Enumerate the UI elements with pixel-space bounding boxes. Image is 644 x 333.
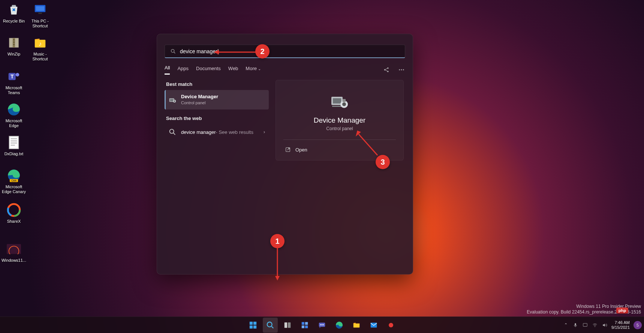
svg-point-60 (267, 322, 272, 327)
svg-rect-57 (253, 321, 256, 324)
search-detail-pane: Device Manager Control panel Open (270, 78, 411, 270)
svg-line-61 (272, 326, 274, 328)
clock[interactable]: 7:46 AM 9/15/2021 (611, 320, 630, 330)
tab-documents[interactable]: Documents (196, 66, 221, 74)
share-icon[interactable] (383, 66, 390, 74)
search-bar[interactable]: device manager (165, 45, 405, 58)
tab-apps[interactable]: Apps (177, 66, 189, 74)
svg-rect-45 (332, 106, 342, 107)
svg-rect-67 (305, 325, 308, 328)
svg-text:♪: ♪ (39, 40, 42, 47)
desktop-icon-label: Microsoft Teams (1, 86, 27, 95)
device-manager-icon (168, 96, 177, 104)
svg-point-71 (323, 324, 324, 325)
edge-button[interactable] (332, 318, 347, 333)
winzip-icon[interactable]: WinZip (1, 35, 27, 57)
desktop-icon-label: Microsoft Edge Canary (1, 184, 27, 194)
mail-button[interactable] (366, 318, 381, 333)
svg-point-35 (401, 69, 402, 70)
search-icon (168, 128, 177, 136)
detail-title: Device Manager (283, 116, 396, 124)
svg-rect-56 (250, 321, 253, 324)
svg-rect-62 (285, 322, 287, 328)
file-explorer-button[interactable] (349, 318, 364, 333)
svg-rect-44 (333, 98, 341, 104)
chevron-down-icon: ⌄ (258, 67, 261, 71)
this-pc-shortcut-icon[interactable]: This PC - Shortcut (27, 2, 53, 28)
web-search-result[interactable]: device manager - See web results › (165, 124, 269, 140)
svg-rect-6 (13, 42, 14, 43)
svg-rect-76 (575, 323, 576, 326)
result-subtitle: Control panel (181, 100, 218, 106)
svg-point-70 (322, 324, 323, 325)
svg-rect-64 (302, 322, 304, 324)
tab-web[interactable]: Web (228, 66, 238, 74)
best-match-result[interactable]: Device Manager Control panel (165, 90, 269, 110)
recycle-bin-icon[interactable]: Recycle Bin (1, 2, 27, 24)
svg-rect-58 (250, 325, 253, 328)
dxdiag-txt-icon[interactable]: DxDiag.txt (1, 135, 27, 156)
web-hint: - See web results (216, 129, 253, 135)
task-view-button[interactable] (280, 318, 295, 333)
svg-rect-74 (371, 322, 377, 327)
wifi-icon[interactable] (592, 322, 598, 328)
desktop-icon-label: DxDiag.txt (1, 152, 27, 156)
music-shortcut-icon[interactable]: ♪ Music - Shortcut (27, 35, 53, 62)
date: 9/15/2021 (611, 325, 630, 330)
microsoft-teams-icon[interactable]: T Microsoft Teams (1, 69, 27, 95)
microsoft-edge-icon[interactable]: Microsoft Edge (1, 102, 27, 128)
svg-line-42 (174, 133, 175, 135)
svg-rect-65 (305, 322, 308, 324)
chat-button[interactable] (315, 318, 329, 333)
device-manager-large-icon (329, 91, 350, 112)
svg-point-47 (342, 102, 346, 106)
divider (283, 140, 396, 140)
svg-point-12 (16, 73, 19, 77)
svg-rect-73 (353, 324, 360, 327)
desktop-icon-label: Recycle Bin (1, 19, 27, 24)
recording-indicator[interactable] (383, 318, 398, 333)
svg-point-40 (174, 100, 175, 102)
search-web-header: Search the web (166, 116, 269, 121)
svg-point-31 (387, 71, 389, 72)
desktop-icon-label: Music - Shortcut (27, 52, 53, 62)
microphone-icon[interactable] (572, 322, 578, 328)
svg-point-41 (170, 129, 174, 134)
svg-point-30 (387, 68, 389, 69)
desktop-icon-label: Microsoft Edge (1, 118, 27, 128)
volume-icon[interactable] (602, 322, 608, 328)
svg-point-75 (389, 323, 393, 327)
svg-line-32 (385, 68, 387, 69)
microsoft-edge-canary-icon[interactable]: CAN Microsoft Edge Canary (1, 168, 27, 194)
chevron-right-icon: › (264, 129, 265, 135)
svg-rect-7 (13, 44, 14, 45)
svg-point-34 (399, 69, 400, 70)
widgets-button[interactable] (297, 318, 312, 333)
open-action[interactable]: Open (283, 143, 396, 156)
tab-all[interactable]: All (165, 65, 170, 75)
system-tray: ⌃ 7:46 AM 9/15/2021 5 (563, 320, 642, 330)
svg-line-28 (174, 52, 175, 53)
tray-chevron-icon[interactable]: ⌃ (563, 322, 569, 328)
svg-text:T: T (10, 74, 14, 80)
tab-more[interactable]: More⌄ (246, 66, 261, 74)
svg-point-36 (403, 69, 404, 70)
svg-rect-59 (253, 325, 256, 328)
cast-icon[interactable] (582, 322, 588, 328)
svg-rect-38 (170, 99, 174, 101)
more-options-icon[interactable] (398, 66, 405, 74)
start-button[interactable] (246, 318, 261, 333)
svg-text:CAN: CAN (11, 179, 16, 182)
svg-point-29 (384, 69, 386, 70)
search-icon (170, 48, 176, 54)
search-button[interactable] (263, 318, 278, 333)
windows11-icon[interactable]: Windows11... (1, 242, 27, 263)
search-window: device manager All Apps Documents Web Mo… (157, 34, 413, 274)
detail-subtitle: Control panel (283, 126, 396, 131)
notification-badge[interactable]: 5 (634, 321, 642, 329)
svg-rect-77 (583, 323, 587, 326)
sharex-icon[interactable]: ShareX (1, 202, 27, 224)
svg-rect-66 (302, 325, 304, 328)
search-input[interactable]: device manager (180, 48, 400, 54)
svg-rect-2 (38, 13, 42, 14)
